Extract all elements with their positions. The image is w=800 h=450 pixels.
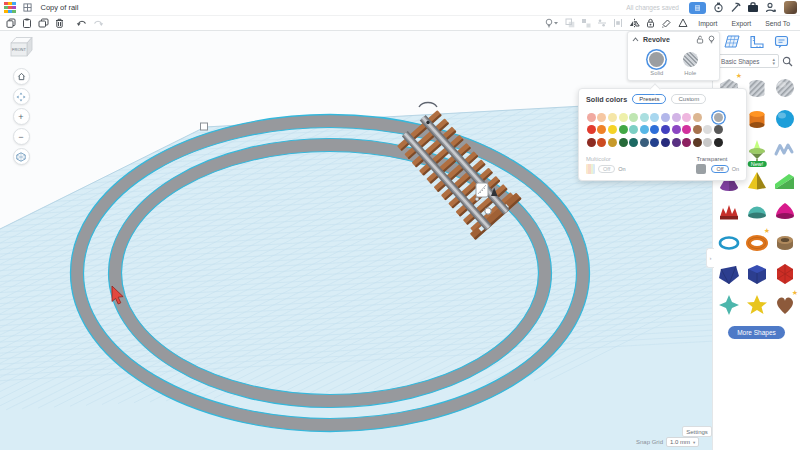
shape-star-5[interactable]	[744, 292, 770, 318]
color-swatch[interactable]	[640, 138, 649, 147]
redo-icon[interactable]	[90, 19, 107, 28]
shape-paraboloid[interactable]	[772, 199, 798, 225]
ungroup-icon[interactable]	[578, 18, 594, 28]
color-swatch[interactable]	[693, 113, 702, 122]
shape-text[interactable]	[716, 199, 742, 225]
shape-wedge[interactable]	[772, 168, 798, 194]
presets-tab[interactable]: Presets	[632, 94, 666, 104]
duplicate-icon[interactable]	[35, 18, 52, 28]
shape-icosahedron[interactable]	[772, 261, 798, 287]
favorite-star-icon[interactable]: ★	[792, 289, 798, 297]
trash-icon[interactable]	[52, 18, 67, 28]
hole-option[interactable]: Hole	[683, 50, 698, 76]
ruler-icon[interactable]	[746, 35, 767, 49]
transparent-off-toggle[interactable]: Off	[711, 165, 728, 173]
color-swatch[interactable]	[587, 125, 596, 134]
shape-hole-cylinder[interactable]	[744, 75, 770, 101]
briefcase-icon[interactable]	[744, 2, 762, 13]
color-swatch[interactable]	[703, 138, 712, 147]
color-swatch[interactable]	[672, 113, 681, 122]
paint-icon[interactable]	[658, 18, 675, 28]
hole-swatch[interactable]	[683, 52, 698, 67]
shape-category-select[interactable]: Basic Shapes ▴▾	[717, 54, 779, 68]
settings-button[interactable]: Settings	[682, 426, 712, 437]
zoom-out-button[interactable]: −	[13, 128, 30, 145]
export-button[interactable]: Export	[725, 20, 759, 27]
copy-icon[interactable]	[3, 18, 19, 28]
color-swatch[interactable]	[672, 125, 681, 134]
shape-tube[interactable]	[772, 230, 798, 256]
shape-star-4[interactable]	[716, 292, 742, 318]
color-swatch[interactable]	[650, 113, 659, 122]
color-swatch[interactable]	[587, 113, 596, 122]
collapse-panel-icon[interactable]: ›	[706, 248, 714, 268]
color-swatch[interactable]	[693, 138, 702, 147]
align-icon[interactable]	[594, 18, 610, 28]
search-icon[interactable]	[779, 56, 796, 67]
collapse-inspector-icon[interactable]	[632, 37, 639, 42]
custom-tab[interactable]: Custom	[671, 94, 706, 104]
color-swatch[interactable]	[650, 138, 659, 147]
color-swatch[interactable]	[619, 113, 628, 122]
send-to-button[interactable]: Send To	[758, 20, 797, 27]
lock-icon[interactable]	[643, 18, 658, 28]
color-swatch[interactable]	[672, 138, 681, 147]
favorite-star-icon[interactable]: ★	[736, 72, 742, 80]
color-swatch[interactable]	[661, 138, 670, 147]
color-swatch[interactable]	[608, 125, 617, 134]
zoom-in-button[interactable]: +	[13, 108, 30, 125]
color-swatch[interactable]	[619, 138, 628, 147]
color-swatch[interactable]	[608, 113, 617, 122]
home-view-button[interactable]	[13, 68, 30, 85]
color-swatch[interactable]	[608, 138, 617, 147]
color-swatch[interactable]	[682, 125, 691, 134]
watch-icon[interactable]	[710, 2, 727, 13]
account-icon[interactable]	[762, 2, 780, 13]
shape-torus[interactable]: ★	[744, 230, 770, 256]
color-swatch[interactable]	[619, 125, 628, 134]
lightbulb-icon[interactable]	[708, 35, 715, 44]
shape-polygon[interactable]	[716, 261, 742, 287]
import-button[interactable]: Import	[691, 20, 724, 27]
node-handle[interactable]	[485, 208, 491, 214]
color-swatch[interactable]	[587, 138, 596, 147]
shape-sphere[interactable]	[772, 106, 798, 132]
shape-pyramid[interactable]	[744, 168, 770, 194]
solid-option[interactable]: Solid	[649, 50, 664, 76]
transparent-on-toggle[interactable]: On	[732, 166, 739, 172]
color-swatch[interactable]	[714, 125, 723, 134]
flip-icon[interactable]	[626, 18, 643, 28]
notes-icon[interactable]	[771, 35, 792, 49]
color-swatch[interactable]	[661, 125, 670, 134]
color-swatch[interactable]	[597, 125, 606, 134]
color-swatch[interactable]	[629, 138, 638, 147]
cone-icon[interactable]	[675, 18, 691, 28]
color-swatch[interactable]	[682, 113, 691, 122]
color-swatch[interactable]	[703, 125, 712, 134]
pickaxe-icon[interactable]	[727, 2, 744, 13]
unlock-icon[interactable]	[696, 35, 704, 44]
color-swatch[interactable]	[597, 138, 606, 147]
color-swatch[interactable]	[693, 125, 702, 134]
shape-revolve[interactable]: New!	[744, 137, 770, 163]
color-swatch[interactable]	[629, 113, 638, 122]
design-title[interactable]: Copy of rail	[41, 3, 79, 12]
scale-handle[interactable]	[201, 123, 208, 130]
lightbulb-dropdown-icon[interactable]	[542, 18, 562, 28]
shape-prism[interactable]	[744, 261, 770, 287]
color-swatch[interactable]	[661, 113, 670, 122]
color-swatch[interactable]	[640, 125, 649, 134]
multicolor-off-toggle[interactable]: Off	[598, 165, 615, 173]
transparent-swatch[interactable]	[696, 164, 706, 174]
ortho-view-button[interactable]	[13, 148, 30, 165]
midpoint-handle[interactable]	[426, 121, 429, 124]
distribute-icon[interactable]	[610, 18, 626, 28]
dashboard-icon[interactable]	[20, 3, 35, 12]
favorite-star-icon[interactable]: ★	[764, 227, 770, 235]
snap-grid-select[interactable]: 1.0 mm▾	[666, 437, 699, 447]
paste-icon[interactable]	[19, 18, 35, 28]
tinkercad-logo-icon[interactable]	[4, 2, 16, 14]
color-swatch[interactable]	[714, 138, 723, 147]
view-cube[interactable]: FRONT	[6, 34, 34, 60]
selected-color-swatch[interactable]	[714, 113, 723, 122]
